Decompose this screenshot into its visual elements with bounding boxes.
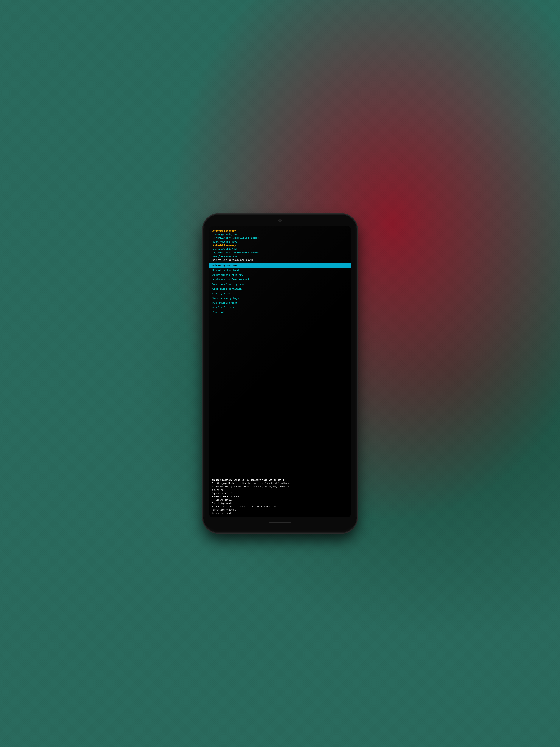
phone-device: Android Recovery samsung/a50dd/a50 10/QP… bbox=[204, 215, 356, 532]
log-line-2: /13520000.ufs/by-name/userdata because /… bbox=[212, 485, 348, 489]
phone-top-bar bbox=[204, 215, 356, 226]
log-line-8: -- Wiping data... bbox=[212, 498, 348, 502]
header-line-3: 10/QP1A.190711.020/A505FDDS5BTF2 bbox=[212, 236, 348, 240]
volume-instruction: Use volume up/down and power. bbox=[212, 258, 348, 261]
menu-item-0[interactable]: Reboot system now bbox=[209, 263, 351, 268]
log-line-10: E:[PDP] lstat /c____/pdp_b__ : 0 - No PD… bbox=[212, 505, 348, 509]
menu-item-8[interactable]: Run graphics test bbox=[209, 301, 351, 305]
header-line-2: samsung/a50dd/a50 bbox=[212, 233, 348, 236]
menu-item-1[interactable]: Reboot to bootloader bbox=[209, 268, 351, 273]
header-line-7: 10/QP1A.190711.020/A505FDDS5BTF2 bbox=[212, 251, 348, 255]
header-line-6: samsung/a50dd/a50 bbox=[212, 247, 348, 251]
log-line-3: s missing bbox=[212, 489, 348, 492]
log-line-12: data wipe complete. bbox=[212, 512, 348, 515]
black-gap bbox=[209, 314, 351, 476]
log-line-0: #Reboot Recovery Cause is [BL:Recovery M… bbox=[212, 479, 348, 482]
menu-item-2[interactable]: Apply update from ADB bbox=[209, 273, 351, 277]
log-line-1: E:[libfs_mgr]Unable to disable quotas on… bbox=[212, 482, 348, 485]
menu-item-10[interactable]: Power off bbox=[209, 310, 351, 314]
header-line-8: user/release-keys bbox=[212, 255, 348, 258]
header-line-5: Android Recovery bbox=[212, 243, 348, 247]
menu-item-9[interactable]: Run locale test bbox=[209, 305, 351, 310]
menu-item-5[interactable]: Wipe cache partition bbox=[209, 286, 351, 291]
menu-item-7[interactable]: View recovery logs bbox=[209, 296, 351, 301]
menu-item-3[interactable]: Apply update from SD card bbox=[209, 277, 351, 282]
phone-screen: Android Recovery samsung/a50dd/a50 10/QP… bbox=[209, 226, 351, 517]
recovery-menu: Reboot system nowReboot to bootloaderApp… bbox=[209, 263, 351, 314]
menu-item-6[interactable]: Mount /system bbox=[209, 291, 351, 296]
log-section: #Reboot Recovery Cause is [BL:Recovery M… bbox=[209, 476, 351, 517]
header-line-1: Android Recovery bbox=[212, 229, 348, 233]
camera-dot bbox=[278, 219, 282, 222]
menu-item-4[interactable]: Wipe data/factory reset bbox=[209, 282, 351, 286]
header-line-4: user/release-keys bbox=[212, 240, 348, 244]
log-line-6: # MANUAL MODE v1.0.0# bbox=[212, 495, 348, 498]
log-line-9: Formatting /data... bbox=[212, 502, 348, 505]
log-line-11: Formatting /cache... bbox=[212, 508, 348, 512]
home-bar bbox=[269, 522, 291, 522]
log-line-4: Supported API: 3 bbox=[212, 492, 348, 495]
recovery-header: Android Recovery samsung/a50dd/a50 10/QP… bbox=[209, 226, 351, 263]
phone-bottom-bar bbox=[204, 517, 356, 526]
